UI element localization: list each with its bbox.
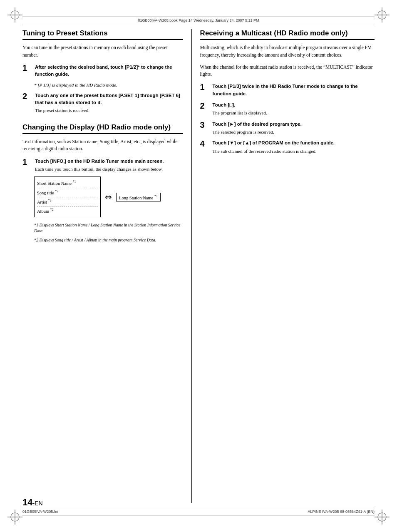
section-display: Changing the Display (HD Radio mode only… [22, 123, 183, 243]
corner-mark-tr [375, 7, 390, 22]
section-tuning-intro: You can tune in the preset stations in m… [22, 44, 183, 59]
step-mc-1-bold: Touch [P1/3] twice in the HD Radio Tuner… [213, 84, 358, 96]
step-content-2: Touch any one of the preset buttons [P.S… [35, 92, 183, 114]
display-diagram: Short Station Name *1 Song title *2 Arti… [34, 177, 183, 217]
step-mc-4: 4 Touch [▼] or [▲] of PROGRAM on the fun… [200, 139, 375, 154]
step-display-number-1: 1 [22, 158, 32, 166]
header-bar: 01GB00IVA-W205.book Page 14 Wednesday, J… [22, 17, 375, 24]
section-tuning-heading: Tuning to Preset Stations [22, 29, 183, 40]
content-area: Tuning to Preset Stations You can tune i… [22, 29, 375, 503]
step-2-bold: Touch any one of the preset buttons [P.S… [35, 93, 180, 105]
footnotes: *1 Displays Short Station Name / Long St… [34, 222, 183, 243]
step-mc-2-sub: The program list is displayed. [213, 109, 375, 117]
step-mc-2: 2 Touch [□]. The program list is display… [200, 102, 375, 117]
step-2-sub: The preset station is received. [35, 107, 183, 114]
step-mc-4-sub: The sub channel of the received radio st… [213, 148, 375, 155]
step-mc-3-sub: The selected program is received. [213, 129, 375, 136]
step-tuning-1: 1 After selecting the desired band, touc… [22, 64, 183, 78]
step-display-1-sub: Each time you touch this button, the dis… [35, 166, 183, 173]
display-row-4: Album *2 [37, 206, 98, 215]
step-display-1: 1 Touch [INFO.] on the HD Radio Tuner mo… [22, 158, 183, 173]
section-tuning: Tuning to Preset Stations You can tune i… [22, 29, 183, 114]
display-row-1: Short Station Name *1 [37, 179, 98, 188]
step-content-1: After selecting the desired band, touch … [35, 64, 183, 78]
display-box: Short Station Name *1 Song title *2 Arti… [34, 177, 101, 217]
long-station-name: Long Station Name *1 [116, 193, 161, 202]
step-mc-3-bold: Touch [►] of the desired program type. [213, 122, 302, 127]
footnote-1: *1 Displays Short Station Name / Long St… [34, 222, 183, 234]
step-display-content-1: Touch [INFO.] on the HD Radio Tuner mode… [35, 158, 183, 173]
right-column: Receiving a Multicast (HD Radio mode onl… [192, 29, 375, 503]
double-arrow-icon: ⇔ [105, 192, 112, 202]
step-mc-2-bold: Touch [□]. [213, 102, 236, 107]
footer-right-text: ALPINE IVA-W205 68-08564Z41-A (EN) [308, 510, 375, 514]
step-mc-number-3: 3 [200, 121, 209, 129]
footer-bar: 01GB05IVA-W205.fm ALPINE IVA-W205 68-085… [22, 508, 375, 515]
step-number-2: 2 [22, 92, 32, 100]
section-multicast-intro1: Multicasting, which is the ability to br… [200, 44, 375, 59]
section-multicast-intro2: When the channel for the multicast radio… [200, 64, 375, 78]
step-mc-1: 1 Touch [P1/3] twice in the HD Radio Tun… [200, 83, 375, 97]
step-mc-content-1: Touch [P1/3] twice in the HD Radio Tuner… [213, 83, 375, 97]
step-mc-number-1: 1 [200, 83, 209, 91]
step-mc-content-2: Touch [□]. The program list is displayed… [213, 102, 375, 117]
section-display-heading: Changing the Display (HD Radio mode only… [22, 123, 183, 134]
step-tuning-note: * [P 1/3] is displayed in the HD Radio m… [34, 82, 183, 88]
section-multicast: Receiving a Multicast (HD Radio mode onl… [200, 29, 375, 154]
display-row-3: Artist *2 [37, 197, 98, 206]
corner-mark-tl [7, 7, 22, 22]
section-multicast-heading: Receiving a Multicast (HD Radio mode onl… [200, 29, 375, 40]
step-mc-number-2: 2 [200, 102, 209, 110]
footer-left-text: 01GB05IVA-W205.fm [22, 510, 308, 514]
step-mc-4-bold: Touch [▼] or [▲] of PROGRAM on the funct… [213, 140, 335, 145]
step-mc-content-3: Touch [►] of the desired program type. T… [213, 121, 375, 136]
left-column: Tuning to Preset Stations You can tune i… [22, 29, 191, 503]
header-text: 01GB00IVA-W205.book Page 14 Wednesday, J… [22, 18, 375, 22]
step-mc-content-4: Touch [▼] or [▲] of PROGRAM on the funct… [213, 139, 375, 154]
step-tuning-2: 2 Touch any one of the preset buttons [P… [22, 92, 183, 114]
display-row-2: Song title *2 [37, 188, 98, 197]
corner-mark-bl [7, 510, 22, 525]
step-mc-3: 3 Touch [►] of the desired program type.… [200, 121, 375, 136]
corner-mark-br [375, 510, 390, 525]
step-1-bold: After selecting the desired band, touch … [35, 65, 172, 77]
step-mc-number-4: 4 [200, 139, 209, 148]
footnote-2: *2 Displays Song title / Artist / Album … [34, 237, 183, 243]
section-display-intro: Text information, such as Station name, … [22, 138, 183, 153]
step-display-1-bold: Touch [INFO.] on the HD Radio Tuner mode… [35, 159, 164, 164]
step-number-1: 1 [22, 64, 32, 72]
